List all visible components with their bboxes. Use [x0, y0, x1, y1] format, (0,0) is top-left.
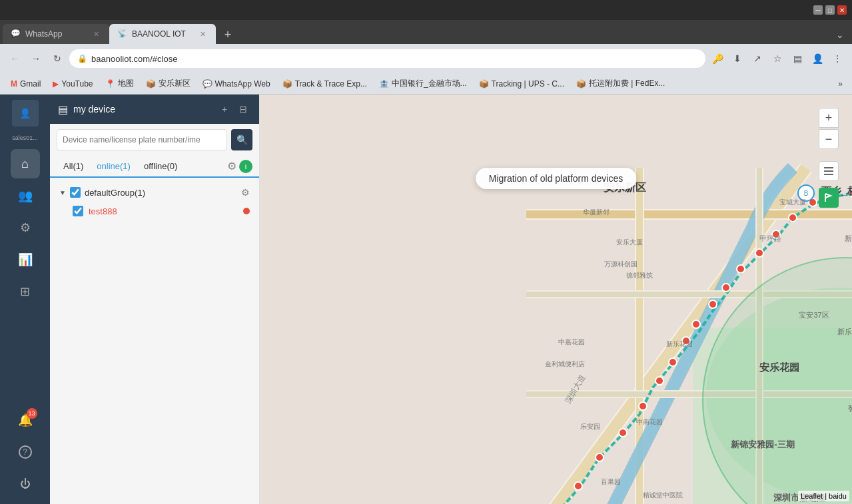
svg-text:宝安37区: 宝安37区	[799, 311, 829, 319]
new-tab-button[interactable]: +	[218, 25, 237, 44]
ups1-favicon: 📦	[146, 79, 156, 89]
svg-text:B: B	[804, 190, 809, 197]
panel-header-buttons: + ⊟	[216, 101, 251, 117]
svg-point-27	[709, 300, 717, 308]
bookmark-whatsapp-web[interactable]: 💬 WhatsApp Web	[197, 77, 276, 91]
flag-icon	[823, 192, 834, 203]
lock-icon: 🔒	[77, 54, 87, 63]
panel-menu-button[interactable]: ⊟	[235, 101, 251, 117]
svg-text:新乐社区: 新乐社区	[845, 234, 852, 242]
map-zoom-controls: + −	[819, 108, 839, 149]
bookmark-bank[interactable]: 🏦 中国银行_金融市场...	[374, 76, 472, 91]
download-icon[interactable]: ⬇	[728, 49, 747, 68]
map-background: B B 安乐新区 西乡_桥 安乐花园 新锦安雅园-三期 深圳市嘉进隆 前海汽车城…	[260, 95, 852, 504]
tab-whatsapp-label: WhatsApp	[25, 29, 87, 39]
svg-point-19	[574, 482, 582, 490]
svg-text:甲坪路: 甲坪路	[759, 234, 781, 242]
svg-text:华厦新邻: 华厦新邻	[583, 208, 610, 216]
extensions-icon[interactable]: 🔑	[708, 49, 727, 68]
tab-all[interactable]: All(1)	[57, 156, 90, 176]
search-button[interactable]: 🔍	[231, 129, 252, 150]
device-group-header[interactable]: ▼ defaultGroup(1) ⚙	[57, 183, 252, 202]
svg-point-30	[755, 249, 763, 257]
track-favicon: 📦	[282, 79, 292, 89]
minimize-button[interactable]: ─	[813, 5, 823, 15]
ups2-favicon: 📦	[479, 79, 489, 89]
tab-whatsapp-close[interactable]: ✕	[91, 29, 101, 39]
bookmark-ups2[interactable]: 📦 Tracking | UPS - C...	[474, 77, 570, 91]
filter-info-icon[interactable]: i	[239, 160, 252, 173]
forward-button[interactable]: →	[27, 49, 45, 68]
panel-add-button[interactable]: +	[216, 101, 232, 117]
restore-button[interactable]: □	[825, 5, 835, 15]
filter-tab-settings: ⚙ i	[227, 156, 252, 176]
address-input-bar[interactable]: 🔒 baanooliot.com/#close	[69, 49, 705, 68]
tooltip-text: Migration of old platform devices	[489, 173, 624, 184]
logout-icon: ⏻	[20, 478, 31, 490]
group-collapse-icon: ▼	[59, 189, 66, 196]
svg-point-21	[619, 429, 627, 437]
bookmark-youtube[interactable]: ▶ YouTube	[47, 77, 98, 91]
svg-point-26	[692, 320, 700, 328]
bookmark-fedex[interactable]: 📦 托运附加费 | FedEx...	[571, 76, 670, 91]
map-legend-button[interactable]	[819, 161, 839, 181]
tab-online[interactable]: online(1)	[90, 156, 137, 178]
zoom-out-button[interactable]: −	[819, 129, 839, 149]
bookmark-star-icon[interactable]: ☆	[768, 49, 787, 68]
tab-baanool[interactable]: 📡 BAANOOL IOT ✕	[109, 24, 216, 44]
sidebar-item-home[interactable]: ⌂	[11, 149, 40, 178]
sidebar-item-settings[interactable]: ⚙	[11, 213, 40, 242]
group-settings-icon[interactable]: ⚙	[241, 187, 250, 198]
device-checkbox[interactable]	[73, 206, 83, 216]
filter-tabs: All(1) online(1) offline(0) ⚙ i	[50, 156, 259, 178]
sidebar-toggle-icon[interactable]: ▤	[788, 49, 807, 68]
tab-offline[interactable]: offline(0)	[137, 156, 184, 176]
bookmark-gmail[interactable]: M Gmail	[5, 77, 46, 91]
svg-rect-97	[824, 174, 833, 175]
reload-button[interactable]: ↻	[48, 49, 67, 68]
svg-point-24	[669, 358, 677, 366]
share-icon[interactable]: ↗	[748, 49, 767, 68]
close-button[interactable]: ✕	[837, 5, 847, 15]
map-attribution: Leaflet | baidu	[798, 491, 849, 501]
device-item-test888[interactable]: test888	[57, 202, 252, 220]
sidebar-item-help[interactable]: ?	[11, 437, 40, 467]
map-area[interactable]: B B 安乐新区 西乡_桥 安乐花园 新锦安雅园-三期 深圳市嘉进隆 前海汽车城…	[260, 95, 852, 504]
bookmarks-more-button[interactable]: »	[834, 77, 847, 91]
filter-settings-icon[interactable]: ⚙	[227, 160, 236, 172]
svg-text:新乐花园: 新乐花园	[666, 340, 693, 348]
map-flag-button[interactable]	[819, 188, 839, 208]
profile-icon[interactable]: 👤	[808, 49, 827, 68]
group-checkbox[interactable]	[70, 187, 81, 198]
svg-text:金利城便利店: 金利城便利店	[545, 360, 585, 368]
sidebar-username: sales01...	[2, 134, 49, 141]
zoom-in-button[interactable]: +	[819, 108, 839, 128]
tab-bar: 💬 WhatsApp ✕ 📡 BAANOOL IOT ✕ + ⌄	[0, 20, 852, 44]
svg-text:中南花园: 中南花园	[636, 418, 663, 425]
sidebar-item-charts[interactable]: 📊	[11, 245, 40, 274]
bookmark-maps-label: 地图	[118, 78, 134, 89]
bookmark-track[interactable]: 📦 Track & Trace Exp...	[277, 77, 372, 91]
sidebar-item-users[interactable]: 👥	[11, 181, 40, 210]
tab-whatsapp[interactable]: 💬 WhatsApp ✕	[3, 24, 109, 44]
back-button[interactable]: ←	[5, 49, 24, 68]
maps-favicon: 📍	[105, 79, 115, 89]
notification-badge: 13	[27, 408, 37, 419]
tab-baanool-close[interactable]: ✕	[197, 29, 208, 39]
search-input[interactable]	[57, 129, 227, 150]
bookmark-whatsapp-web-label: WhatsApp Web	[215, 79, 270, 89]
sidebar-item-widgets[interactable]: ⊞	[11, 277, 40, 306]
svg-rect-95	[824, 167, 833, 168]
device-group-default: ▼ defaultGroup(1) ⚙ test888	[57, 183, 252, 220]
avatar-icon: 👤	[19, 108, 31, 119]
bookmark-maps[interactable]: 📍 地图	[100, 76, 139, 91]
attribution-text: Leaflet | baidu	[801, 492, 847, 500]
address-bar: ← → ↻ 🔒 baanooliot.com/#close 🔑 ⬇ ↗ ☆ ▤ …	[0, 44, 852, 73]
menu-icon[interactable]: ⋮	[828, 49, 847, 68]
bookmark-ups1[interactable]: 📦 安乐新区	[141, 76, 196, 91]
tab-scroll-button[interactable]: ⌄	[831, 25, 849, 44]
sidebar-item-notifications[interactable]: 🔔 13	[11, 405, 40, 435]
sidebar-item-logout[interactable]: ⏻	[11, 469, 40, 499]
map-tooltip: Migration of old platform devices	[476, 168, 637, 189]
charts-icon: 📊	[18, 252, 33, 267]
